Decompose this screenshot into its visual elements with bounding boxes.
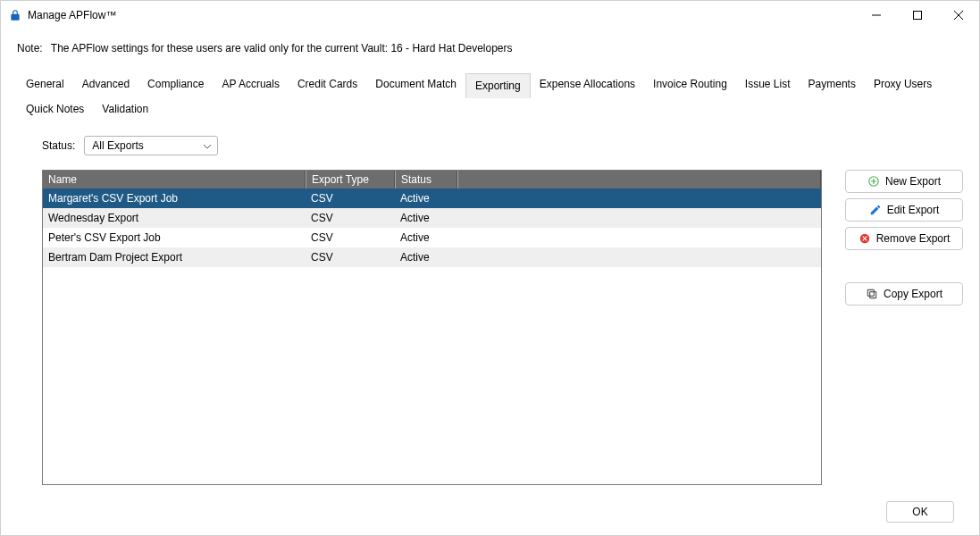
tab-general[interactable]: General	[17, 72, 73, 97]
lock-icon	[8, 8, 22, 22]
column-name[interactable]: Name	[43, 171, 306, 188]
cell-type: CSV	[306, 212, 395, 224]
side-buttons: New Export Edit Export Remove Export Cop	[845, 170, 963, 485]
tab-payments[interactable]: Payments	[800, 72, 865, 97]
window-title: Manage APFlow™	[28, 9, 856, 21]
copy-export-button[interactable]: Copy Export	[845, 282, 963, 306]
column-spacer	[457, 171, 821, 188]
note-label: Note:	[17, 42, 43, 54]
status-label: Status:	[42, 139, 75, 152]
tab-validation[interactable]: Validation	[93, 97, 157, 121]
cell-name: Bertram Dam Project Export	[43, 251, 306, 264]
column-status[interactable]: Status	[395, 171, 457, 188]
cell-type: CSV	[306, 192, 395, 205]
note-row: Note: The APFlow settings for these user…	[1, 29, 979, 63]
cell-name: Margaret's CSV Export Job	[43, 192, 306, 205]
tabs: General Advanced Compliance AP Accruals …	[1, 63, 979, 121]
cell-status: Active	[395, 192, 457, 205]
window-controls	[856, 1, 979, 29]
note-text: The APFlow settings for these users are …	[51, 42, 513, 54]
tab-credit-cards[interactable]: Credit Cards	[289, 72, 366, 97]
pencil-icon	[869, 204, 882, 216]
table-row[interactable]: Wednesday Export CSV Active	[43, 208, 821, 228]
column-export-type[interactable]: Export Type	[306, 171, 395, 188]
status-selected-value: All Exports	[92, 139, 143, 152]
footer: OK	[1, 496, 979, 535]
table-row[interactable]: Margaret's CSV Export Job CSV Active	[43, 188, 821, 208]
cell-status: Active	[395, 231, 457, 244]
tab-ap-accruals[interactable]: AP Accruals	[213, 72, 288, 97]
tab-quick-notes[interactable]: Quick Notes	[17, 97, 93, 121]
plus-circle-icon	[867, 175, 880, 188]
ok-button[interactable]: OK	[886, 501, 954, 523]
tab-proxy-users[interactable]: Proxy Users	[865, 72, 941, 97]
cell-name: Peter's CSV Export Job	[43, 231, 306, 244]
cell-type: CSV	[306, 231, 395, 244]
tab-advanced[interactable]: Advanced	[73, 72, 138, 97]
cell-type: CSV	[306, 251, 395, 264]
remove-export-label: Remove Export	[876, 232, 951, 245]
new-export-button[interactable]: New Export	[845, 170, 963, 193]
tab-compliance[interactable]: Compliance	[138, 72, 213, 97]
exports-grid: Name Export Type Status Margaret's CSV E…	[42, 170, 822, 485]
edit-export-label: Edit Export	[887, 204, 940, 216]
content-area: Status: All Exports Name Export Type Sta…	[1, 121, 979, 496]
cell-status: Active	[395, 212, 457, 224]
svg-rect-0	[914, 12, 922, 20]
chevron-down-icon	[203, 139, 212, 152]
tab-invoice-routing[interactable]: Invoice Routing	[644, 72, 736, 97]
table-row[interactable]: Bertram Dam Project Export CSV Active	[43, 247, 821, 267]
titlebar: Manage APFlow™	[1, 1, 979, 29]
new-export-label: New Export	[885, 175, 941, 188]
tab-exporting[interactable]: Exporting	[465, 73, 531, 98]
edit-export-button[interactable]: Edit Export	[845, 198, 963, 222]
table-row[interactable]: Peter's CSV Export Job CSV Active	[43, 228, 821, 247]
close-button[interactable]	[938, 1, 979, 29]
grid-body: Margaret's CSV Export Job CSV Active Wed…	[43, 188, 821, 484]
tab-document-match[interactable]: Document Match	[366, 72, 465, 97]
grid-header: Name Export Type Status	[43, 171, 821, 188]
svg-rect-4	[867, 289, 874, 296]
copy-export-label: Copy Export	[884, 288, 942, 300]
x-circle-icon	[859, 232, 871, 245]
cell-status: Active	[395, 251, 457, 264]
remove-export-button[interactable]: Remove Export	[845, 227, 963, 250]
status-select[interactable]: All Exports	[84, 136, 218, 155]
svg-rect-3	[870, 292, 876, 298]
tab-expense-allocations[interactable]: Expense Allocations	[531, 72, 644, 97]
minimize-button[interactable]	[856, 1, 897, 29]
copy-icon	[866, 288, 878, 300]
cell-name: Wednesday Export	[43, 212, 306, 224]
main-row: Name Export Type Status Margaret's CSV E…	[42, 170, 963, 485]
status-row: Status: All Exports	[42, 136, 963, 155]
maximize-button[interactable]	[897, 1, 938, 29]
tab-issue-list[interactable]: Issue List	[736, 72, 800, 97]
